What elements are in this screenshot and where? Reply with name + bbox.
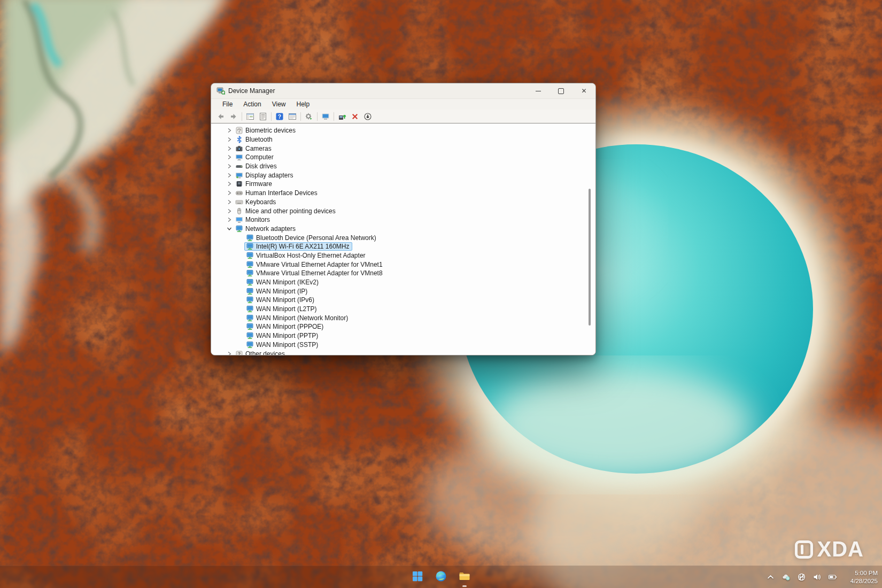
tree-item[interactable]: Cameras: [211, 144, 595, 153]
tree-item-content[interactable]: WAN Miniport (PPTP): [244, 331, 321, 340]
menu-action[interactable]: Action: [238, 99, 266, 109]
file-explorer-taskbar-button[interactable]: [457, 569, 473, 585]
chevron-right-icon[interactable]: [225, 127, 234, 134]
tree-item[interactable]: WAN Miniport (IP): [211, 287, 595, 296]
tree-item[interactable]: Computer: [211, 153, 595, 162]
tree-item-content[interactable]: Computer: [234, 153, 276, 161]
menu-file[interactable]: File: [218, 99, 237, 109]
disable-device-button[interactable]: [361, 111, 374, 122]
chevron-right-icon[interactable]: [225, 216, 234, 223]
scan-hardware-changes-button[interactable]: [303, 111, 315, 122]
help-button[interactable]: ?: [273, 111, 286, 122]
tree-item-content[interactable]: WAN Miniport (SSTP): [244, 341, 321, 349]
chevron-right-icon[interactable]: [225, 172, 234, 179]
tree-item-content[interactable]: Disk drives: [234, 162, 280, 171]
tree-item[interactable]: Firmware: [211, 180, 595, 189]
tree-item[interactable]: Network adapters: [211, 225, 595, 234]
chevron-right-icon[interactable]: [225, 207, 234, 215]
chevron-right-icon[interactable]: [225, 180, 234, 188]
tree-item[interactable]: WAN Miniport (IPv6): [211, 296, 595, 305]
remote-desktop-button[interactable]: [319, 111, 332, 122]
onedrive-cloud-icon[interactable]: [780, 572, 791, 583]
tree-item[interactable]: VMware Virtual Ethernet Adapter for VMne…: [211, 269, 595, 278]
network-adapter-icon: [246, 305, 254, 313]
tree-item-content[interactable]: Keyboards: [234, 198, 278, 206]
menu-view[interactable]: View: [267, 99, 291, 109]
tree-item[interactable]: Display adapters: [211, 171, 595, 180]
update-driver-button[interactable]: [336, 111, 349, 122]
chevron-right-icon[interactable]: [225, 136, 234, 143]
tree-item-content[interactable]: Firmware: [234, 180, 275, 188]
tree-item-content[interactable]: Human Interface Devices: [234, 189, 320, 197]
tree-item-content[interactable]: Monitors: [234, 215, 273, 224]
tree-item[interactable]: Bluetooth: [211, 135, 595, 144]
tree-item-content[interactable]: Mice and other pointing devices: [234, 207, 338, 215]
tree-item[interactable]: Human Interface Devices: [211, 189, 595, 198]
tree-item-content[interactable]: Display adapters: [234, 171, 296, 180]
tree-item[interactable]: WAN Miniport (PPTP): [211, 331, 595, 341]
uninstall-device-button[interactable]: [349, 111, 361, 122]
battery-icon[interactable]: [827, 572, 838, 583]
chevron-right-icon[interactable]: [225, 163, 234, 170]
console-tree-button[interactable]: [244, 111, 257, 122]
tree-item[interactable]: VirtualBox Host-Only Ethernet Adapter: [211, 251, 595, 260]
tree-item[interactable]: WAN Miniport (L2TP): [211, 305, 595, 314]
tree-item[interactable]: WAN Miniport (SSTP): [211, 341, 595, 350]
tree-item[interactable]: Biometric devices: [211, 126, 595, 135]
tree-item[interactable]: Intel(R) Wi-Fi 6E AX211 160MHz: [211, 242, 595, 251]
tree-item-content[interactable]: Bluetooth Device (Personal Area Network): [244, 234, 379, 242]
tree-item-content[interactable]: WAN Miniport (L2TP): [244, 305, 320, 313]
chevron-right-icon[interactable]: [225, 198, 234, 206]
network-no-internet-icon[interactable]: [796, 572, 807, 583]
tree-item-content[interactable]: VMware Virtual Ethernet Adapter for VMne…: [244, 269, 385, 277]
title-bar[interactable]: Device Manager ✕: [211, 83, 595, 98]
start-taskbar-button[interactable]: [409, 569, 425, 585]
menu-help[interactable]: Help: [292, 99, 315, 109]
tree-item-content[interactable]: Bluetooth: [234, 135, 275, 144]
device-manager-window: Device Manager ✕ FileActionViewHelp ? Bi…: [211, 83, 596, 355]
tree-item-content[interactable]: Cameras: [234, 144, 274, 153]
tree-item[interactable]: WAN Miniport (IKEv2): [211, 278, 595, 287]
chevron-right-icon[interactable]: [225, 153, 234, 161]
tree-item[interactable]: Keyboards: [211, 198, 595, 207]
tree-item-content[interactable]: ?Other devices: [234, 350, 288, 355]
tree-item[interactable]: WAN Miniport (PPPOE): [211, 322, 595, 331]
tree-item-content[interactable]: Network adapters: [234, 225, 298, 233]
properties-button[interactable]: [257, 111, 269, 122]
tree-item[interactable]: Bluetooth Device (Personal Area Network): [211, 233, 595, 242]
tree-item[interactable]: WAN Miniport (Network Monitor): [211, 313, 595, 322]
tree-item-content[interactable]: WAN Miniport (IPv6): [244, 296, 317, 304]
tree-item[interactable]: ?Other devices: [211, 349, 595, 355]
edge-globe-taskbar-button[interactable]: [433, 569, 449, 585]
clock-time: 5:00 PM: [855, 569, 878, 577]
tree-item-content[interactable]: WAN Miniport (IKEv2): [244, 278, 321, 287]
close-button[interactable]: ✕: [572, 83, 595, 98]
selected-tree-item[interactable]: Intel(R) Wi-Fi 6E AX211 160MHz: [244, 242, 352, 251]
tree-item[interactable]: Disk drives: [211, 162, 595, 171]
tree-item-content[interactable]: WAN Miniport (Network Monitor): [244, 314, 351, 322]
tree-item[interactable]: VMware Virtual Ethernet Adapter for VMne…: [211, 260, 595, 269]
taskbar-clock[interactable]: 5:00 PM 4/28/2025: [850, 566, 878, 588]
forward-button[interactable]: [227, 111, 240, 122]
tree-item-content[interactable]: VirtualBox Host-Only Ethernet Adapter: [244, 251, 368, 260]
back-button[interactable]: [214, 111, 227, 122]
export-list-button[interactable]: [286, 111, 299, 122]
chevron-right-icon[interactable]: [225, 189, 234, 197]
tree-item-content[interactable]: WAN Miniport (IP): [244, 287, 310, 296]
chevron-right-icon[interactable]: [225, 350, 234, 355]
vertical-scrollbar[interactable]: [589, 189, 591, 326]
forward-icon: [229, 112, 238, 121]
maximize-button[interactable]: [550, 83, 572, 98]
hidden-icons-chevron[interactable]: [765, 572, 776, 583]
tree-item-content[interactable]: VMware Virtual Ethernet Adapter for VMne…: [244, 260, 385, 269]
chevron-right-icon[interactable]: [225, 145, 234, 152]
tree-item-content[interactable]: Biometric devices: [234, 126, 298, 135]
network-adapter-icon: [246, 341, 254, 349]
volume-icon[interactable]: [811, 572, 822, 583]
tree-item[interactable]: Monitors: [211, 215, 595, 225]
chevron-down-icon[interactable]: [225, 225, 234, 233]
minimize-button[interactable]: [527, 83, 550, 98]
tree-item-content[interactable]: WAN Miniport (PPPOE): [244, 322, 326, 331]
tree-item[interactable]: Mice and other pointing devices: [211, 206, 595, 215]
maximize-icon: [558, 88, 564, 94]
